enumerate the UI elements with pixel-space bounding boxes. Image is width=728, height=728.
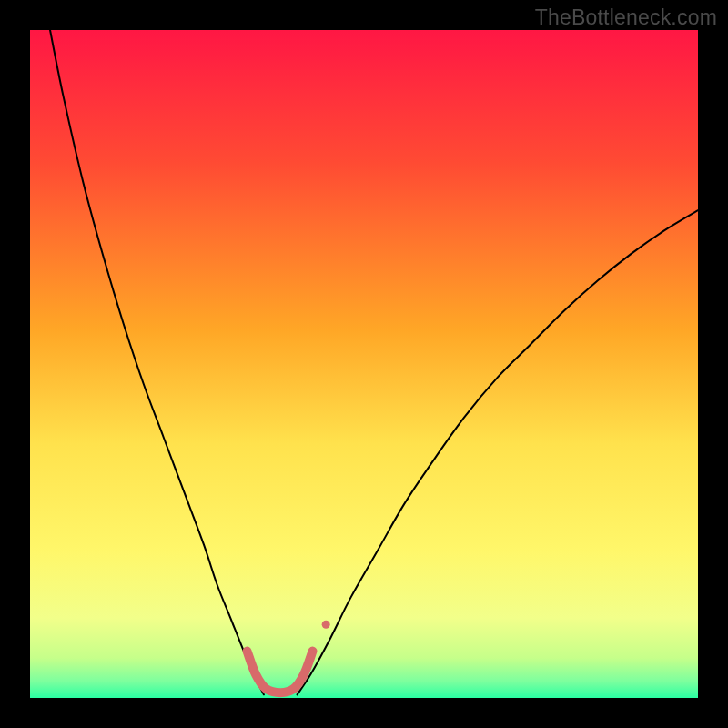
chart-frame: TheBottleneck.com	[0, 0, 728, 728]
valley-extra-dot	[322, 621, 330, 629]
watermark-text: TheBottleneck.com	[535, 5, 717, 30]
chart-plot-area	[30, 30, 698, 698]
chart-svg	[30, 30, 698, 698]
chart-background	[30, 30, 698, 698]
